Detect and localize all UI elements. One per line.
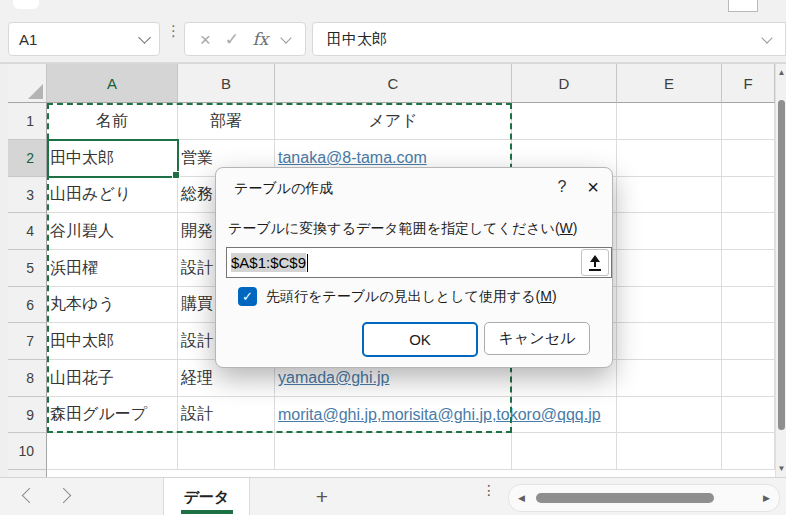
- range-prompt-label: テーブルに変換するデータ範囲を指定してください(W): [228, 220, 577, 238]
- column-header-A[interactable]: A: [47, 64, 178, 103]
- cell-F1[interactable]: [722, 103, 775, 140]
- column-header-C[interactable]: C: [275, 64, 512, 103]
- cell-link-text[interactable]: yamada@ghi.jp: [275, 369, 392, 387]
- cell-E7[interactable]: [617, 323, 722, 360]
- row-header-8[interactable]: 8: [8, 360, 47, 397]
- cell-A4[interactable]: 谷川碧人: [47, 213, 178, 250]
- cell-C1[interactable]: メアド: [275, 103, 512, 140]
- cell-D1[interactable]: [512, 103, 617, 140]
- cell-E4[interactable]: [617, 213, 722, 250]
- cell-A8[interactable]: 山田花子: [47, 360, 178, 397]
- formula-buttons-group: × ✓ fx: [184, 22, 306, 56]
- checkbox-label[interactable]: 先頭行をテーブルの見出しとして使用する(M): [266, 288, 557, 306]
- cell-link-text[interactable]: morita@ghi.jp,morisita@ghi.jp,tokoro@qqq…: [275, 406, 604, 424]
- cell-text: 田中太郎: [47, 331, 117, 352]
- cell-F2[interactable]: [722, 140, 775, 177]
- help-icon[interactable]: ?: [552, 178, 572, 196]
- sheet-options-dots-icon[interactable]: ⋮: [482, 486, 496, 494]
- row-header-1[interactable]: 1: [8, 103, 47, 140]
- cell-A5[interactable]: 浜田櫂: [47, 250, 178, 287]
- row-header-10[interactable]: 10: [8, 433, 47, 470]
- name-box[interactable]: A1: [8, 22, 160, 56]
- cancel-icon[interactable]: ×: [200, 30, 211, 49]
- cell-C10[interactable]: [275, 433, 512, 470]
- dialog-title[interactable]: テーブルの作成: [234, 180, 333, 198]
- chevron-down-icon[interactable]: [280, 32, 291, 43]
- range-input[interactable]: $A$1:$C$9: [226, 247, 612, 278]
- column-header-E[interactable]: E: [617, 64, 722, 103]
- cell-F9[interactable]: [722, 397, 775, 433]
- ribbon-fragment: [13, 0, 39, 9]
- vertical-scrollbar[interactable]: ▲ ▼: [775, 64, 786, 477]
- row-header-2[interactable]: 2: [8, 140, 47, 177]
- column-header-F[interactable]: F: [722, 64, 775, 103]
- column-header-B[interactable]: B: [178, 64, 275, 103]
- scroll-up-icon[interactable]: ▲: [777, 68, 786, 77]
- row-header-4[interactable]: 4: [8, 213, 47, 250]
- header-row-checkbox-row: ✓ 先頭行をテーブルの見出しとして使用する(M): [238, 287, 557, 306]
- cell-B1[interactable]: 部署: [178, 103, 275, 140]
- cell-F5[interactable]: [722, 250, 775, 287]
- cell-F10[interactable]: [722, 433, 775, 470]
- cell-F6[interactable]: [722, 287, 775, 323]
- scroll-right-icon[interactable]: ▶: [763, 493, 770, 503]
- row-header-3[interactable]: 3: [8, 177, 47, 213]
- cell-E9[interactable]: [617, 397, 722, 433]
- vertical-scrollbar-thumb[interactable]: [778, 100, 785, 430]
- horizontal-scrollbar-thumb[interactable]: [536, 493, 714, 503]
- cell-E8[interactable]: [617, 360, 722, 397]
- row-header-9[interactable]: 9: [8, 397, 47, 433]
- select-all-triangle-icon: [28, 84, 43, 99]
- row-header-6[interactable]: 6: [8, 287, 47, 323]
- cell-E5[interactable]: [617, 250, 722, 287]
- cell-A2[interactable]: 田中太郎: [47, 140, 178, 177]
- checkbox-checked[interactable]: ✓: [238, 287, 257, 306]
- next-sheet-icon[interactable]: [56, 488, 72, 504]
- cell-F7[interactable]: [722, 323, 775, 360]
- cell-E6[interactable]: [617, 287, 722, 323]
- insert-function-icon[interactable]: fx: [253, 29, 269, 49]
- cell-A6[interactable]: 丸本ゆう: [47, 287, 178, 323]
- expand-formula-bar-icon[interactable]: [761, 32, 772, 43]
- ok-button[interactable]: OK: [362, 322, 478, 357]
- excel-window: A1 ⋮ × ✓ fx 田中太郎 ABCDEF 12345678910 名前部署…: [0, 0, 786, 515]
- horizontal-scrollbar[interactable]: ◀ ▶: [508, 484, 780, 512]
- cell-A1[interactable]: 名前: [47, 103, 178, 140]
- cell-A10[interactable]: [47, 433, 178, 470]
- create-table-dialog: テーブルの作成 ? × テーブルに変換するデータ範囲を指定してください(W) $…: [215, 167, 613, 368]
- cell-F3[interactable]: [722, 177, 775, 213]
- cell-D10[interactable]: [512, 433, 617, 470]
- close-icon[interactable]: ×: [578, 172, 608, 202]
- column-header-D[interactable]: D: [512, 64, 617, 103]
- text-caret: [307, 254, 308, 272]
- cell-E1[interactable]: [617, 103, 722, 140]
- cell-E3[interactable]: [617, 177, 722, 213]
- cancel-button[interactable]: キャンセル: [484, 322, 590, 355]
- cell-link-text[interactable]: tanaka@8-tama.com: [275, 149, 430, 167]
- enter-icon[interactable]: ✓: [225, 31, 239, 48]
- cell-E2[interactable]: [617, 140, 722, 177]
- cell-F4[interactable]: [722, 213, 775, 250]
- previous-sheet-icon[interactable]: [22, 488, 38, 504]
- row-header-7[interactable]: 7: [8, 323, 47, 360]
- range-picker-button[interactable]: [581, 249, 609, 276]
- formula-bar-input[interactable]: 田中太郎: [312, 22, 786, 56]
- cell-text: 丸本ゆう: [47, 294, 118, 315]
- cell-B10[interactable]: [178, 433, 275, 470]
- cell-A3[interactable]: 山田みどり: [47, 177, 178, 213]
- chevron-down-icon[interactable]: [138, 31, 151, 44]
- cell-C9[interactable]: morita@ghi.jp,morisita@ghi.jp,tokoro@qqq…: [275, 397, 512, 433]
- cell-A9[interactable]: 森田グループ: [47, 397, 178, 433]
- vertical-dots-icon[interactable]: ⋮: [166, 26, 181, 35]
- cell-B9[interactable]: 設計: [178, 397, 275, 433]
- scroll-left-icon[interactable]: ◀: [518, 493, 525, 503]
- cell-A7[interactable]: 田中太郎: [47, 323, 178, 360]
- cell-E10[interactable]: [617, 433, 722, 470]
- cell-text: 田中太郎: [47, 148, 117, 169]
- scroll-down-icon[interactable]: ▼: [777, 464, 786, 473]
- select-all-button[interactable]: [8, 64, 47, 103]
- cell-F8[interactable]: [722, 360, 775, 397]
- cell-text: 設計: [178, 331, 216, 352]
- row-header-5[interactable]: 5: [8, 250, 47, 287]
- new-sheet-icon[interactable]: +: [308, 483, 336, 511]
